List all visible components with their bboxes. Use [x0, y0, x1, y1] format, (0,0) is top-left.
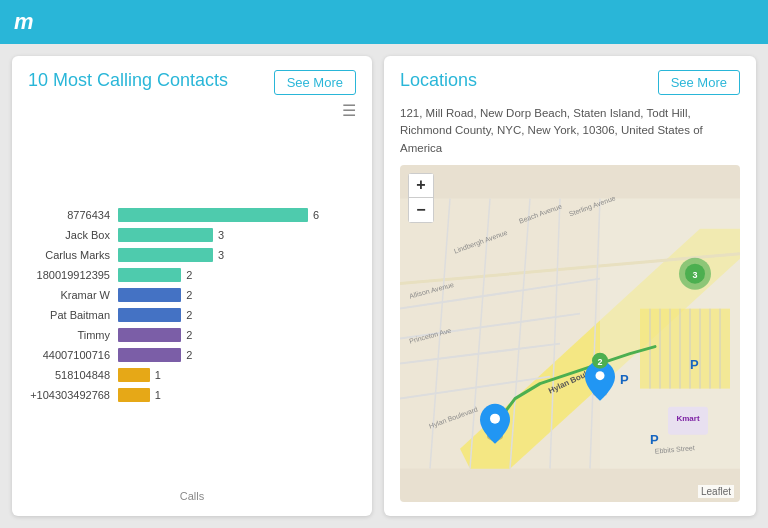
bar-wrap: 3 — [118, 227, 356, 243]
bar-label: Timmy — [28, 329, 118, 341]
bar-fill — [118, 368, 150, 382]
svg-text:P: P — [620, 371, 629, 386]
calling-contacts-card: 10 Most Calling Contacts See More ☰ 8776… — [12, 56, 372, 516]
bar-fill — [118, 228, 213, 242]
map-svg: Sterling Avenue Beach Avenue Lindbergh A… — [400, 165, 740, 502]
bar-row: Pat Baitman2 — [28, 307, 356, 323]
bar-fill — [118, 348, 181, 362]
bar-fill — [118, 248, 213, 262]
bar-value: 3 — [218, 229, 224, 241]
bar-row: +1043034927681 — [28, 387, 356, 403]
bar-row: Kramar W2 — [28, 287, 356, 303]
bar-value: 2 — [186, 329, 192, 341]
bar-fill — [118, 208, 308, 222]
svg-point-33 — [596, 371, 605, 380]
bar-row: 440071007162 — [28, 347, 356, 363]
bar-wrap: 2 — [118, 347, 356, 363]
app-logo: m — [14, 9, 34, 35]
svg-text:2: 2 — [597, 356, 602, 366]
bar-wrap: 1 — [118, 387, 356, 403]
bar-label: 518104848 — [28, 369, 118, 381]
locations-see-more-button[interactable]: See More — [658, 70, 740, 95]
bar-row: Timmy2 — [28, 327, 356, 343]
svg-text:P: P — [650, 431, 659, 446]
svg-rect-4 — [640, 308, 730, 388]
map-container: Sterling Avenue Beach Avenue Lindbergh A… — [400, 165, 740, 502]
bar-wrap: 2 — [118, 327, 356, 343]
bar-label: 44007100716 — [28, 349, 118, 361]
bar-wrap: 2 — [118, 307, 356, 323]
bar-label: Jack Box — [28, 229, 118, 241]
bar-value: 2 — [186, 349, 192, 361]
bar-row: Jack Box3 — [28, 227, 356, 243]
svg-point-31 — [490, 413, 500, 423]
map-zoom-controls: + − — [408, 173, 434, 223]
locations-card: Locations See More 121, Mill Road, New D… — [384, 56, 756, 516]
bar-wrap: 2 — [118, 267, 356, 283]
calling-contacts-see-more-button[interactable]: See More — [274, 70, 356, 95]
bar-value: 2 — [186, 289, 192, 301]
bar-wrap: 1 — [118, 367, 356, 383]
bar-label: 8776434 — [28, 209, 118, 221]
bar-row: 87764346 — [28, 207, 356, 223]
calling-contacts-title: 10 Most Calling Contacts — [28, 70, 228, 91]
bar-fill — [118, 288, 181, 302]
bar-row: 5181048481 — [28, 367, 356, 383]
bar-fill — [118, 308, 181, 322]
svg-text:Kmart: Kmart — [676, 413, 699, 422]
bar-value: 2 — [186, 309, 192, 321]
svg-text:P: P — [690, 356, 699, 371]
bar-label: Pat Baitman — [28, 309, 118, 321]
locations-header: Locations See More — [400, 70, 740, 95]
bar-value: 3 — [218, 249, 224, 261]
bar-label: Carlus Marks — [28, 249, 118, 261]
bar-value: 6 — [313, 209, 319, 221]
bar-value: 2 — [186, 269, 192, 281]
bar-row: Carlus Marks3 — [28, 247, 356, 263]
bar-wrap: 6 — [118, 207, 356, 223]
location-address: 121, Mill Road, New Dorp Beach, Staten I… — [400, 105, 740, 157]
bar-fill — [118, 328, 181, 342]
chart-menu-icon[interactable]: ☰ — [28, 101, 356, 120]
bar-label: Kramar W — [28, 289, 118, 301]
bar-value: 1 — [155, 389, 161, 401]
bar-chart: 87764346Jack Box3Carlus Marks31800199123… — [28, 124, 356, 486]
main-content: 10 Most Calling Contacts See More ☰ 8776… — [0, 44, 768, 528]
bar-row: 1800199123952 — [28, 267, 356, 283]
zoom-in-button[interactable]: + — [409, 174, 433, 198]
zoom-out-button[interactable]: − — [409, 198, 433, 222]
bar-wrap: 3 — [118, 247, 356, 263]
chart-footer: Calls — [28, 490, 356, 502]
bar-fill — [118, 388, 150, 402]
bar-label: 180019912395 — [28, 269, 118, 281]
bar-value: 1 — [155, 369, 161, 381]
svg-text:3: 3 — [692, 269, 697, 279]
bar-wrap: 2 — [118, 287, 356, 303]
bar-label: +104303492768 — [28, 389, 118, 401]
bar-fill — [118, 268, 181, 282]
map-attribution: Leaflet — [698, 485, 734, 498]
calling-contacts-header: 10 Most Calling Contacts See More — [28, 70, 356, 95]
app-header: m — [0, 0, 768, 44]
locations-title: Locations — [400, 70, 477, 91]
